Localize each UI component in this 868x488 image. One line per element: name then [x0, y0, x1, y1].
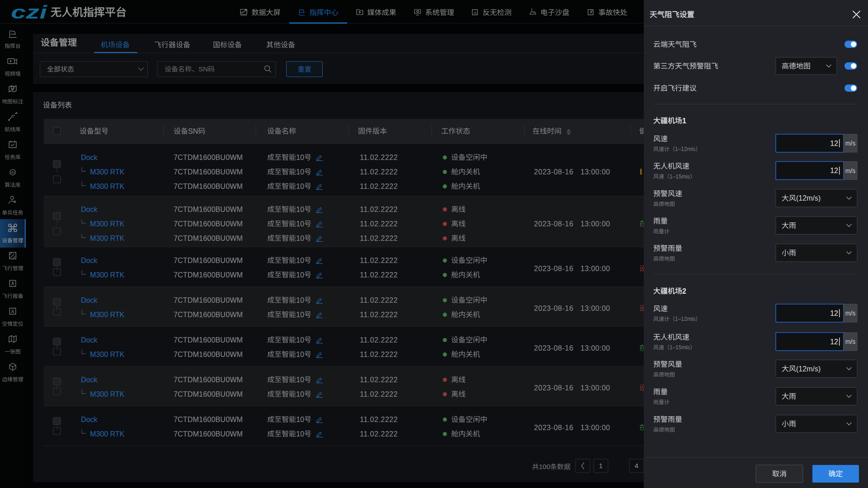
svg-text:(12m/s): (12m/s) — [796, 365, 821, 373]
svg-text:(12m/s): (12m/s) — [796, 194, 821, 202]
svg-text:m/s: m/s — [845, 338, 856, 345]
svg-text:m/s: m/s — [845, 140, 856, 147]
svg-text:1: 1 — [682, 117, 686, 125]
svg-text:1–12mis: 1–12mis — [675, 146, 695, 152]
svg-text:m/s: m/s — [845, 310, 856, 317]
svg-text:12: 12 — [830, 310, 838, 317]
svg-text:2: 2 — [682, 287, 686, 295]
svg-text:1–12mis: 1–12mis — [675, 316, 695, 322]
svg-text:m/s: m/s — [845, 167, 856, 174]
svg-text:12: 12 — [830, 140, 838, 147]
svg-text:12: 12 — [830, 167, 838, 174]
svg-text:1–15mis: 1–15mis — [670, 344, 690, 351]
svg-text:12: 12 — [830, 338, 838, 346]
svg-text:1–15mis: 1–15mis — [670, 174, 690, 180]
